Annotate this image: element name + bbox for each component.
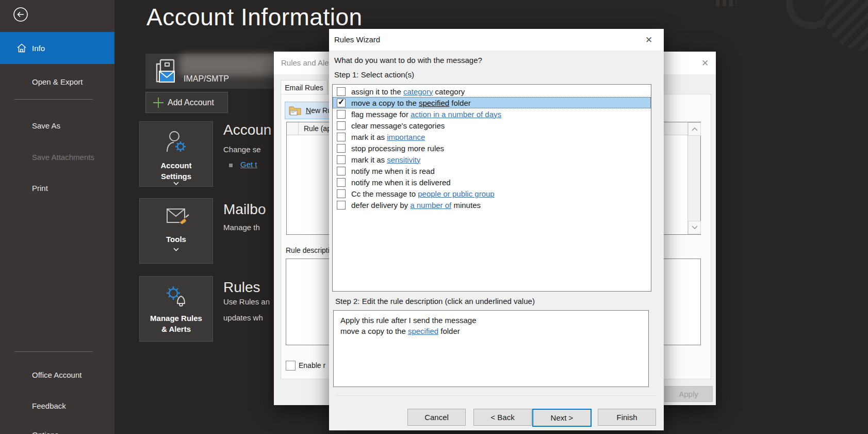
decorative-striped-circle <box>824 0 868 51</box>
tile-label: Tools <box>140 234 212 251</box>
action-row[interactable]: Cc the message to people or public group <box>333 188 651 199</box>
rules-list-checkbox-column <box>287 122 299 135</box>
finish-button[interactable]: Finish <box>598 409 656 426</box>
checkmark-icon: ✓ <box>338 97 345 107</box>
text-part: assign it to the <box>351 87 403 96</box>
rules-wizard-titlebar: Rules Wizard ✕ <box>329 29 664 51</box>
chevron-down-icon <box>173 248 179 251</box>
step1-label: Step 1: Select action(s) <box>334 70 414 79</box>
bullet-icon <box>229 164 233 167</box>
inline-value-link[interactable]: importance <box>387 133 425 141</box>
inline-value-link[interactable]: category <box>403 87 433 96</box>
rule-description-editor[interactable]: Apply this rule after I send the message… <box>333 310 649 387</box>
action-row[interactable]: flag message for action in a number of d… <box>333 108 651 120</box>
account-settings-tile[interactable]: Account Settings <box>139 121 213 187</box>
action-row[interactable]: clear message's categories <box>333 120 651 131</box>
action-label: stop processing more rules <box>351 144 444 153</box>
step2-label: Step 2: Edit the rule description (click… <box>335 297 535 306</box>
action-label: Cc the message to people or public group <box>351 189 495 198</box>
sidebar-divider <box>14 351 93 352</box>
enable-rules-checkbox[interactable] <box>286 361 296 371</box>
scroll-up-button[interactable] <box>688 122 701 136</box>
tab-email-rules[interactable]: Email Rules <box>281 80 327 95</box>
rules-list-scrollbar[interactable] <box>687 122 700 234</box>
plus-icon <box>153 97 164 108</box>
action-label: flag message for action in a number of d… <box>351 110 501 119</box>
checkbox-unchecked[interactable] <box>337 110 346 119</box>
checkbox-unchecked[interactable] <box>337 167 346 175</box>
sidebar-item-save-attachments: Save Attachments <box>0 147 114 167</box>
back-arrow-icon <box>13 7 28 22</box>
get-outlook-app-link[interactable]: Get t <box>240 160 257 169</box>
text-part: flag message for <box>351 110 411 119</box>
apply-button[interactable]: Apply <box>664 386 713 402</box>
cancel-button[interactable]: Cancel <box>407 409 466 426</box>
action-row[interactable]: stop processing more rules <box>333 142 651 154</box>
checkbox-unchecked[interactable] <box>337 87 346 96</box>
checkbox-unchecked[interactable] <box>337 133 346 141</box>
checkbox-unchecked[interactable] <box>337 121 346 130</box>
back-button[interactable] <box>13 7 28 22</box>
section-heading-rules: Rules <box>223 279 260 296</box>
scroll-down-button[interactable] <box>688 221 701 234</box>
text-part: mark it as <box>351 133 387 141</box>
tools-tile[interactable]: Tools <box>139 198 213 264</box>
action-row[interactable]: ✓move a copy to the specified folder <box>333 97 651 108</box>
sidebar-item-options[interactable]: Options <box>0 424 114 434</box>
checkbox-checked[interactable]: ✓ <box>337 99 346 107</box>
rule-description-line: move a copy to the specified folder <box>340 326 648 336</box>
sidebar-item-feedback[interactable]: Feedback <box>0 395 114 416</box>
action-row[interactable]: mark it as importance <box>333 131 651 142</box>
text-part: Cc the message to <box>351 189 418 198</box>
manage-rules-alerts-tile[interactable]: Manage Rules & Alerts <box>139 276 213 342</box>
action-label: defer delivery by a number of minutes <box>351 201 481 210</box>
inline-value-link[interactable]: sensitivity <box>387 155 420 164</box>
footer-separator <box>336 395 657 396</box>
backstage-sidebar: InfoOpen & ExportSave AsSave Attachments… <box>0 0 114 434</box>
dialog-title: Rules Wizard <box>334 35 380 44</box>
action-row[interactable]: mark it as sensitivity <box>333 154 651 165</box>
text-part: minutes <box>451 201 481 210</box>
close-icon[interactable]: ✕ <box>638 29 660 51</box>
actions-listbox[interactable]: assign it to the category category✓move … <box>332 84 651 292</box>
action-row[interactable]: notify me when it is delivered <box>333 176 651 188</box>
action-label: notify me when it is read <box>351 167 435 175</box>
sidebar-item-save-as[interactable]: Save As <box>0 115 114 136</box>
checkbox-unchecked[interactable] <box>337 189 346 198</box>
sidebar-item-open-export[interactable]: Open & Export <box>0 71 114 92</box>
action-row[interactable]: defer delivery by a number of minutes <box>333 199 651 211</box>
tools-icon <box>160 205 193 231</box>
sidebar-item-label: Office Account <box>32 371 81 379</box>
text-part: mark it as <box>351 155 387 164</box>
next-button[interactable]: Next > <box>532 409 592 427</box>
inline-value-link[interactable]: specified <box>408 327 438 335</box>
action-label: mark it as importance <box>351 133 425 141</box>
account-icon <box>153 59 177 85</box>
checkbox-unchecked[interactable] <box>337 178 346 187</box>
sidebar-item-label: Open & Export <box>32 77 83 86</box>
sidebar-item-print[interactable]: Print <box>0 178 114 198</box>
sidebar-item-office-account[interactable]: Office Account <box>0 364 114 385</box>
sidebar-item-label: Save Attachments <box>32 153 94 162</box>
close-icon[interactable]: ✕ <box>694 52 716 74</box>
page-title: Account Information <box>146 3 363 31</box>
checkbox-unchecked[interactable] <box>337 201 346 210</box>
sidebar-item-info[interactable]: Info <box>0 32 114 64</box>
inline-value-link[interactable]: action in a number of days <box>411 110 501 119</box>
outlook-backstage: InfoOpen & ExportSave AsSave Attachments… <box>0 0 868 434</box>
text-part: clear message's categories <box>351 121 445 130</box>
enable-rules-label: Enable r <box>299 361 325 369</box>
text-part: defer delivery by <box>351 201 410 210</box>
add-account-button[interactable]: Add Account <box>145 92 228 113</box>
new-rule-icon <box>288 105 302 116</box>
inline-value-link[interactable]: people or public group <box>418 189 494 198</box>
action-row[interactable]: assign it to the category category <box>333 86 651 97</box>
action-row[interactable]: notify me when it is read <box>333 165 651 176</box>
checkbox-unchecked[interactable] <box>337 144 346 153</box>
inline-value-link[interactable]: specified <box>419 99 449 107</box>
action-label: assign it to the category category <box>351 87 465 96</box>
inline-value-link[interactable]: a number of <box>410 201 451 210</box>
back-button[interactable]: < Back <box>473 409 532 426</box>
checkbox-unchecked[interactable] <box>337 155 346 164</box>
section-line: Change se <box>223 145 261 154</box>
